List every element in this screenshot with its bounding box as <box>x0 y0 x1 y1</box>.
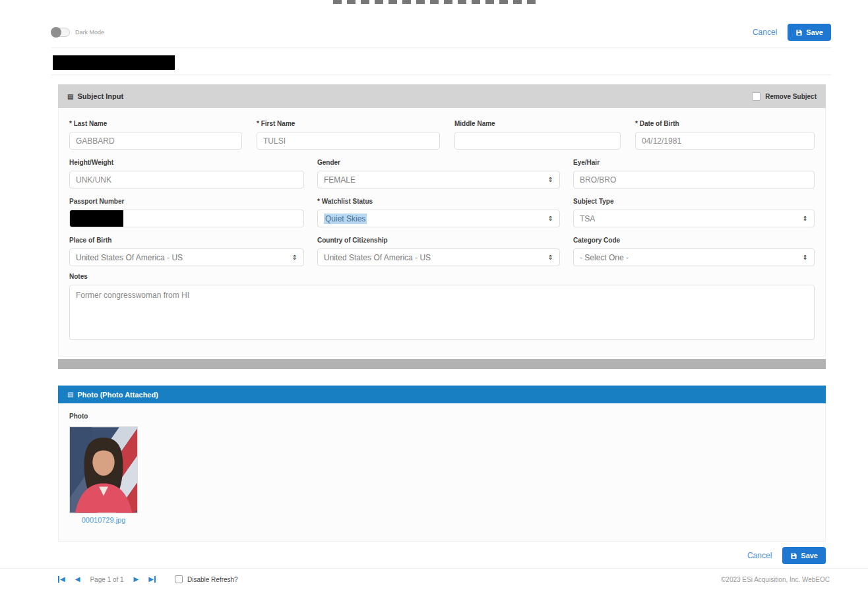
dark-mode-label: Dark Mode <box>75 29 104 36</box>
citizenship-value: United States Of America - US <box>324 253 431 262</box>
height-weight-label: Height/Weight <box>69 159 304 166</box>
place-of-birth-label: Place of Birth <box>69 237 304 244</box>
citizenship-label: Country of Citizenship <box>317 237 560 244</box>
form-row-1: * Last Name * First Name Middle Name * D… <box>69 117 815 150</box>
subject-type-select[interactable]: TSA ⇕ <box>573 210 815 227</box>
citizenship-select[interactable]: United States Of America - US ⇕ <box>317 248 560 266</box>
redaction-bar <box>53 55 175 70</box>
cropped-title-artifact <box>333 0 538 4</box>
footer-bar: ◀ ◀ Page 1 of 1 ▶ ▶ Disable Refresh? ©20… <box>0 568 868 583</box>
last-name-input[interactable] <box>69 132 242 150</box>
gender-select[interactable]: FEMALE ⇕ <box>317 171 560 188</box>
redaction-bar <box>70 210 123 227</box>
field-watchlist-status: * Watchlist Status Quiet Skies ⇕ <box>317 195 560 227</box>
cancel-link-bottom[interactable]: Cancel <box>747 551 772 560</box>
field-height-weight: Height/Weight <box>69 156 304 188</box>
field-first-name: * First Name <box>257 117 440 150</box>
form-row-2: Height/Weight Gender FEMALE ⇕ Eye/Hair <box>69 156 815 188</box>
form-row-4: Place of Birth United States Of America … <box>69 234 815 266</box>
select-arrow-icon: ⇕ <box>548 176 553 183</box>
photo-section-header[interactable]: ▤ Photo (Photo Attached) <box>58 386 826 403</box>
notes-textarea[interactable]: Former congresswoman from HI <box>69 285 815 340</box>
field-eye-hair: Eye/Hair <box>573 156 815 188</box>
disable-refresh-label: Disable Refresh? <box>187 576 238 583</box>
remove-subject-checkbox[interactable] <box>752 92 760 101</box>
first-name-input[interactable] <box>257 132 440 150</box>
subject-input-section: ▤ Subject Input Remove Subject * Last Na… <box>58 84 826 357</box>
field-category-code: Category Code - Select One - ⇕ <box>573 234 815 266</box>
category-code-label: Category Code <box>573 237 815 244</box>
photo-section-title: Photo (Photo Attached) <box>77 391 158 399</box>
passport-input-wrap <box>69 210 304 227</box>
subject-input-header[interactable]: ▤ Subject Input Remove Subject <box>58 84 826 108</box>
top-actions: Cancel Save <box>753 24 831 41</box>
remove-subject-label: Remove Subject <box>765 93 817 100</box>
field-gender: Gender FEMALE ⇕ <box>317 156 560 188</box>
date-of-birth-input[interactable] <box>635 132 815 150</box>
notes-label: Notes <box>69 273 815 280</box>
passport-number-label: Passport Number <box>69 198 304 205</box>
subject-input-title-wrap: ▤ Subject Input <box>67 92 123 100</box>
bottom-actions: Cancel Save <box>58 547 826 564</box>
select-arrow-icon: ⇕ <box>548 215 553 222</box>
subject-type-value: TSA <box>580 214 595 223</box>
subject-input-title: Subject Input <box>77 92 123 100</box>
watchlist-status-value: Quiet Skies <box>324 214 367 224</box>
height-weight-input[interactable] <box>69 171 304 188</box>
select-arrow-icon: ⇕ <box>548 254 553 261</box>
top-toolbar: Dark Mode Cancel Save <box>51 24 831 41</box>
watchlist-status-label: * Watchlist Status <box>317 198 560 205</box>
photo-label: Photo <box>69 413 815 420</box>
last-page-button[interactable]: ▶ <box>148 576 156 583</box>
select-arrow-icon: ⇕ <box>292 254 297 261</box>
first-name-label: * First Name <box>257 120 440 127</box>
select-arrow-icon: ⇕ <box>803 215 808 222</box>
field-middle-name: Middle Name <box>454 117 621 150</box>
divider <box>51 47 831 48</box>
section-icon: ▤ <box>67 93 73 100</box>
place-of-birth-value: United States Of America - US <box>76 253 183 262</box>
previous-page-button[interactable]: ◀ <box>75 576 80 583</box>
subject-type-label: Subject Type <box>573 198 815 205</box>
save-button-bottom[interactable]: Save <box>782 547 826 564</box>
save-icon <box>795 29 803 36</box>
next-page-button[interactable]: ▶ <box>134 576 139 583</box>
gender-label: Gender <box>317 159 560 166</box>
first-page-button[interactable]: ◀ <box>58 576 65 583</box>
form-row-3: Passport Number * Watchlist Status Quiet… <box>69 195 815 227</box>
category-code-value: - Select One - <box>580 253 629 262</box>
subject-photo[interactable] <box>69 426 138 513</box>
field-notes: Notes Former congresswoman from HI <box>69 273 815 343</box>
field-citizenship: Country of Citizenship United States Of … <box>317 234 560 266</box>
middle-name-input[interactable] <box>454 132 621 150</box>
eye-hair-label: Eye/Hair <box>573 159 815 166</box>
subject-input-body: * Last Name * First Name Middle Name * D… <box>58 108 826 357</box>
save-button-top[interactable]: Save <box>788 24 831 41</box>
cancel-link-top[interactable]: Cancel <box>753 28 777 37</box>
save-button-label: Save <box>806 28 823 36</box>
pagination: ◀ ◀ Page 1 of 1 ▶ ▶ Disable Refresh? <box>58 575 238 583</box>
photo-section-body: Photo 00010729.jpg <box>58 403 826 542</box>
field-passport-number: Passport Number <box>69 195 304 227</box>
category-code-select[interactable]: - Select One - ⇕ <box>573 248 815 266</box>
dark-mode-toggle[interactable] <box>51 28 70 37</box>
place-of-birth-select[interactable]: United States Of America - US ⇕ <box>69 248 304 266</box>
date-of-birth-label: * Date of Birth <box>635 120 815 127</box>
field-subject-type: Subject Type TSA ⇕ <box>573 195 815 227</box>
disable-refresh-control: Disable Refresh? <box>175 575 238 583</box>
divider <box>51 74 831 75</box>
eye-hair-input[interactable] <box>573 171 815 188</box>
last-name-label: * Last Name <box>69 120 242 127</box>
toggle-knob-icon <box>51 27 61 38</box>
gender-value: FEMALE <box>324 175 356 185</box>
field-date-of-birth: * Date of Birth <box>635 117 815 150</box>
disable-refresh-checkbox[interactable] <box>175 575 183 583</box>
dark-mode-control: Dark Mode <box>51 28 104 37</box>
save-button-label: Save <box>801 552 818 560</box>
copyright-text: ©2023 ESi Acquisition, Inc. WebEOC <box>721 576 830 583</box>
watchlist-status-select[interactable]: Quiet Skies ⇕ <box>317 210 560 227</box>
remove-subject-control: Remove Subject <box>752 92 817 101</box>
photo-filename-link[interactable]: 00010729.jpg <box>69 516 138 524</box>
page-indicator: Page 1 of 1 <box>90 576 123 583</box>
field-place-of-birth: Place of Birth United States Of America … <box>69 234 304 266</box>
